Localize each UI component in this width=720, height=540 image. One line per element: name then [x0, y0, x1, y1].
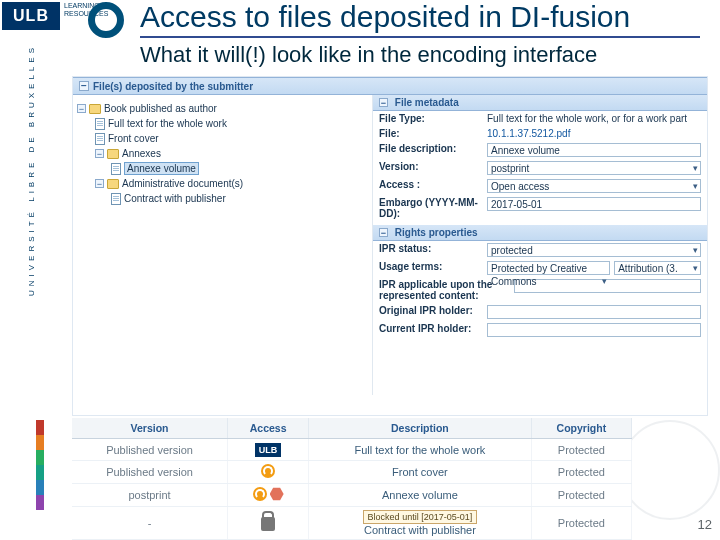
panel-title: File(s) deposited by the submitter: [93, 81, 253, 92]
description-input[interactable]: Annexe volume: [487, 143, 701, 157]
ipr-status-label: IPR status:: [379, 243, 487, 257]
usage-terms-select-1[interactable]: Protected by Creative Commons: [487, 261, 610, 275]
learning-resources-badge: LEARNING RESOURCES: [64, 2, 84, 18]
tree-label: Book published as author: [104, 103, 217, 114]
collapse-icon[interactable]: −: [379, 98, 388, 107]
ulb-access-icon: ULB: [255, 443, 281, 457]
collapse-icon[interactable]: [79, 81, 89, 91]
row-file: File: 10.1.1.37.5212.pdf: [373, 126, 707, 141]
usage-terms-select-2[interactable]: Attribution (3.: [614, 261, 701, 275]
folder-icon: [107, 149, 119, 159]
row-filetype: File Type: Full text for the whole work,…: [373, 111, 707, 126]
cell-version: Published version: [72, 439, 228, 461]
original-ipr-input[interactable]: [487, 305, 701, 319]
metadata-header-label: File metadata: [395, 97, 459, 108]
cell-description: Blocked until [2017-05-01] Contract with…: [309, 507, 532, 540]
row-original-ipr: Original IPR holder:: [373, 303, 707, 321]
cell-access: [228, 484, 309, 507]
tree-label: Annexe volume: [124, 162, 199, 175]
access-select[interactable]: Open access: [487, 179, 701, 193]
brand-strip: ULB UNIVERSITÉ LIBRE DE BRUXELLES: [0, 0, 62, 320]
desc-text: Contract with publisher: [364, 524, 476, 536]
tree-item-selected[interactable]: Annexe volume: [111, 161, 368, 176]
tree-label: Administrative document(s): [122, 178, 243, 189]
cell-description: Annexe volume: [309, 484, 532, 507]
row-version: Version: postprint: [373, 159, 707, 177]
cell-copyright: Protected: [531, 484, 631, 507]
metadata-header[interactable]: − File metadata: [373, 95, 707, 111]
ring-logo: [88, 2, 124, 38]
metadata-form: − File metadata File Type: Full text for…: [373, 95, 707, 395]
file-icon: [111, 163, 121, 175]
table-row: Published version Front cover Protected: [72, 461, 632, 484]
row-usage-terms: Usage terms: Protected by Creative Commo…: [373, 259, 707, 277]
folder-icon: [107, 179, 119, 189]
ipr-status-select[interactable]: protected: [487, 243, 701, 257]
file-icon: [95, 118, 105, 130]
page-subtitle: What it will(!) look like in the encodin…: [140, 42, 597, 68]
tree-label: Front cover: [108, 133, 159, 144]
access-label: Access :: [379, 179, 487, 193]
file-icon: [95, 133, 105, 145]
ipr-applicable-input[interactable]: [514, 279, 701, 293]
filetype-value: Full text for the whole work, or for a w…: [487, 113, 701, 124]
col-description: Description: [309, 418, 532, 439]
expand-icon[interactable]: −: [95, 179, 104, 188]
rights-header[interactable]: − Rights properties: [373, 225, 707, 241]
page-number: 12: [698, 517, 712, 532]
cell-version: postprint: [72, 484, 228, 507]
col-access: Access: [228, 418, 309, 439]
filetype-label: File Type:: [379, 113, 487, 124]
tree-item[interactable]: Contract with publisher: [111, 191, 368, 206]
collapse-icon[interactable]: −: [379, 228, 388, 237]
ulb-logo: ULB: [2, 2, 60, 30]
tree-label: Annexes: [122, 148, 161, 159]
row-description: File description: Annexe volume: [373, 141, 707, 159]
color-bar: [36, 420, 44, 510]
tree-label: Contract with publisher: [124, 193, 226, 204]
expand-icon[interactable]: −: [77, 104, 86, 113]
cell-access: [228, 507, 309, 540]
tree-folder[interactable]: − Administrative document(s): [95, 176, 368, 191]
row-ipr-status: IPR status: protected: [373, 241, 707, 259]
current-ipr-label: Current IPR holder:: [379, 323, 487, 337]
seal-watermark: [620, 420, 720, 520]
version-label: Version:: [379, 161, 487, 175]
description-label: File description:: [379, 143, 487, 157]
col-version: Version: [72, 418, 228, 439]
tree-label: Full text for the whole work: [108, 118, 227, 129]
panel-header[interactable]: File(s) deposited by the submitter: [73, 77, 707, 95]
table-row: postprint Annexe volume Protected: [72, 484, 632, 507]
embargo-label: Embargo (YYYY-MM-DD):: [379, 197, 487, 219]
version-select[interactable]: postprint: [487, 161, 701, 175]
row-ipr-applicable: IPR applicable upon the represented cont…: [373, 277, 707, 303]
tree-folder[interactable]: − Annexes: [95, 146, 368, 161]
page-title: Access to files deposited in DI-fusion: [140, 0, 700, 38]
tree-root[interactable]: − Book published as author: [77, 101, 368, 116]
open-access-icon: [261, 464, 275, 478]
current-ipr-input[interactable]: [487, 323, 701, 337]
embargo-note: Blocked until [2017-05-01]: [363, 510, 478, 524]
embargo-icon: [270, 487, 284, 501]
row-current-ipr: Current IPR holder:: [373, 321, 707, 339]
tree-item[interactable]: Front cover: [95, 131, 368, 146]
cell-version: Published version: [72, 461, 228, 484]
row-embargo: Embargo (YYYY-MM-DD): 2017-05-01: [373, 195, 707, 221]
cell-version: -: [72, 507, 228, 540]
table-row: Published version ULB Full text for the …: [72, 439, 632, 461]
file-label: File:: [379, 128, 487, 139]
embargo-input[interactable]: 2017-05-01: [487, 197, 701, 211]
cell-access: [228, 461, 309, 484]
university-name-vertical: UNIVERSITÉ LIBRE DE BRUXELLES: [27, 44, 36, 296]
cell-copyright: Protected: [531, 439, 631, 461]
expand-icon[interactable]: −: [95, 149, 104, 158]
file-value[interactable]: 10.1.1.37.5212.pdf: [487, 128, 701, 139]
table-header-row: Version Access Description Copyright: [72, 418, 632, 439]
summary-table: Version Access Description Copyright Pub…: [72, 418, 632, 540]
tree-item[interactable]: Full text for the whole work: [95, 116, 368, 131]
row-access: Access : Open access: [373, 177, 707, 195]
cell-copyright: Protected: [531, 507, 631, 540]
folder-icon: [89, 104, 101, 114]
usage-terms-label: Usage terms:: [379, 261, 487, 275]
rights-header-label: Rights properties: [395, 227, 478, 238]
